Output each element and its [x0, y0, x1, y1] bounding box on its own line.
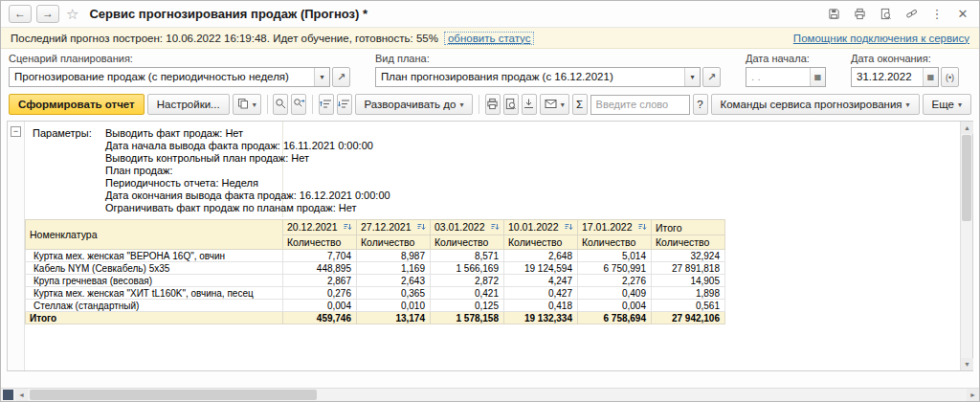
date-start-input[interactable]: . . ▦ [746, 67, 826, 87]
find-next-button[interactable] [291, 94, 306, 115]
item-name-cell: Кабель NYM (Севкабель) 5х35 [26, 262, 283, 275]
sort-descending-icon[interactable] [564, 222, 573, 234]
collapse-levels-button[interactable] [319, 94, 334, 115]
word-search-input[interactable] [590, 95, 690, 115]
plan-kind-label: Вид плана: [375, 53, 721, 65]
save-icon[interactable] [825, 6, 842, 23]
value-cell: 0,010 [357, 300, 431, 312]
sort-descending-icon[interactable] [490, 222, 500, 234]
value-cell: 32,924 [652, 250, 725, 262]
horizontal-scrollbar[interactable]: ◄ ► [1, 388, 979, 401]
save-result-button[interactable] [522, 94, 537, 115]
column-header-total[interactable]: Итого [652, 220, 725, 235]
print-preview-icon[interactable] [877, 6, 894, 23]
column-subheader-quantity: Количество [578, 235, 652, 250]
expand-levels-icon [338, 98, 350, 112]
total-value-cell: 1 578,158 [431, 312, 504, 324]
print-preview-button[interactable] [503, 94, 519, 115]
column-subheader-quantity: Количество [357, 235, 431, 250]
more-actions-button[interactable]: Еще ▾ [923, 94, 971, 115]
expand-levels-button[interactable] [337, 94, 352, 115]
sigma-icon: Σ [576, 99, 583, 110]
param-line: Дата окончания вывода факта продаж: 16.1… [105, 190, 390, 202]
column-header-date[interactable]: 10.01.2022 [504, 220, 578, 235]
sum-button[interactable]: Σ [572, 94, 588, 115]
horizontal-scroll-track[interactable] [28, 389, 967, 401]
service-commands-button[interactable]: Команды сервиса прогнозирования ▾ [711, 94, 920, 115]
vertical-scrollbar[interactable]: ▲ ▼ [960, 122, 972, 370]
get-link-icon[interactable] [902, 6, 920, 23]
value-cell: 1,898 [652, 287, 725, 300]
plan-kind-dropdown-button[interactable]: ▾ [684, 68, 700, 86]
value-cell: 0,418 [504, 300, 578, 312]
scroll-up-button[interactable]: ▲ [961, 122, 973, 134]
item-name-cell: Крупа гречневая (весовая) [26, 275, 283, 287]
column-header-date[interactable]: 20.12.2021 [283, 220, 357, 235]
item-name-cell: Куртка мех. женская "ХИТ tL160K", овчина… [26, 287, 283, 300]
value-cell: 0,276 [283, 287, 357, 300]
back-icon: ← [14, 7, 26, 20]
vertical-scroll-thumb[interactable] [962, 135, 971, 221]
scroll-down-button[interactable]: ▼ [961, 358, 973, 370]
value-cell: 27 891,818 [652, 262, 725, 275]
scenario-dropdown-button[interactable]: ▾ [314, 68, 329, 86]
forward-button[interactable]: → [36, 5, 59, 23]
plan-kind-open-button[interactable]: ↗ [702, 67, 721, 87]
column-header-date[interactable]: 17.01.2022 [578, 220, 652, 235]
column-header-nomenclature[interactable]: Номенклатура [26, 220, 283, 250]
date-end-label: Дата окончания: [851, 53, 959, 65]
scenario-input[interactable]: Прогнозирование продаж (с периодичностью… [9, 67, 330, 87]
date-end-input[interactable]: 31.12.2022 ▦ [851, 67, 939, 87]
calendar-icon: ▦ [814, 73, 822, 81]
param-line: Выводить контрольный план продаж: Нет [105, 152, 390, 165]
table-row: Кабель NYM (Севкабель) 5х35448,8951,1691… [26, 262, 725, 275]
scenario-label: Сценарий планирования: [9, 53, 350, 65]
more-menu-icon[interactable]: ⋮ [928, 6, 946, 23]
print-button[interactable] [485, 94, 501, 115]
plan-kind-input[interactable]: План прогнозирования продаж (с 16.12.202… [375, 67, 701, 87]
help-button[interactable]: ? [693, 94, 708, 115]
scenario-open-button[interactable]: ↗ [332, 67, 350, 87]
item-name-cell: Куртка мех. женская "ВЕРОНА 16Q", овчин [26, 250, 283, 262]
chevron-down-icon: ▾ [320, 73, 323, 81]
download-icon [523, 98, 535, 112]
refresh-status-link[interactable]: обновить статус [444, 32, 535, 45]
value-cell: 0,004 [283, 300, 357, 312]
scroll-right-button[interactable]: ► [967, 389, 979, 401]
scroll-left-button[interactable]: ◄ [15, 389, 28, 401]
date-label: 10.01.2022 [508, 221, 559, 233]
service-helper-link[interactable]: Помощник подключения к сервису [793, 33, 969, 44]
date-end-calendar-button[interactable]: ▦ [923, 68, 938, 86]
settings-button[interactable]: Настройки... [147, 94, 230, 115]
value-cell: 2,872 [431, 275, 504, 287]
table-row: Стеллаж (стандартный)0,0040,0100,1250,41… [26, 300, 725, 312]
value-cell: 0,365 [357, 287, 431, 300]
value-cell: 0,004 [578, 300, 652, 312]
column-header-date[interactable]: 27.12.2021 [357, 220, 431, 235]
sort-descending-icon[interactable] [343, 222, 352, 234]
search-icon [275, 98, 287, 112]
favorite-star-icon[interactable]: ☆ [66, 6, 78, 23]
sort-descending-icon[interactable] [637, 222, 647, 234]
collapse-group-toggle[interactable]: − [11, 126, 21, 137]
date-start-value: . . [746, 68, 810, 86]
back-button[interactable]: ← [9, 5, 32, 23]
help-label: ? [697, 99, 702, 110]
send-email-button[interactable]: ▾ [540, 94, 569, 115]
print-icon[interactable] [851, 6, 868, 23]
vertical-scroll-track[interactable] [961, 134, 972, 358]
horizontal-scroll-thumb[interactable] [30, 390, 317, 400]
close-icon[interactable]: ✕ [954, 6, 971, 23]
value-cell: 0,409 [578, 287, 652, 300]
chevron-down-icon: ▾ [690, 73, 694, 81]
copy-variant-button[interactable]: ▾ [233, 94, 261, 115]
splitter-handle[interactable] [3, 390, 13, 400]
date-start-calendar-button[interactable]: ▦ [810, 68, 825, 86]
find-button[interactable] [273, 94, 288, 115]
expand-to-button[interactable]: Разворачивать до ▾ [355, 94, 474, 115]
sort-descending-icon[interactable] [416, 222, 426, 234]
column-header-date[interactable]: 03.01.2022 [431, 220, 504, 235]
expand-to-label: Разворачивать до [365, 99, 457, 110]
generate-report-button[interactable]: Сформировать отчет [9, 94, 145, 115]
period-picker-button[interactable]: (•) [941, 67, 959, 87]
